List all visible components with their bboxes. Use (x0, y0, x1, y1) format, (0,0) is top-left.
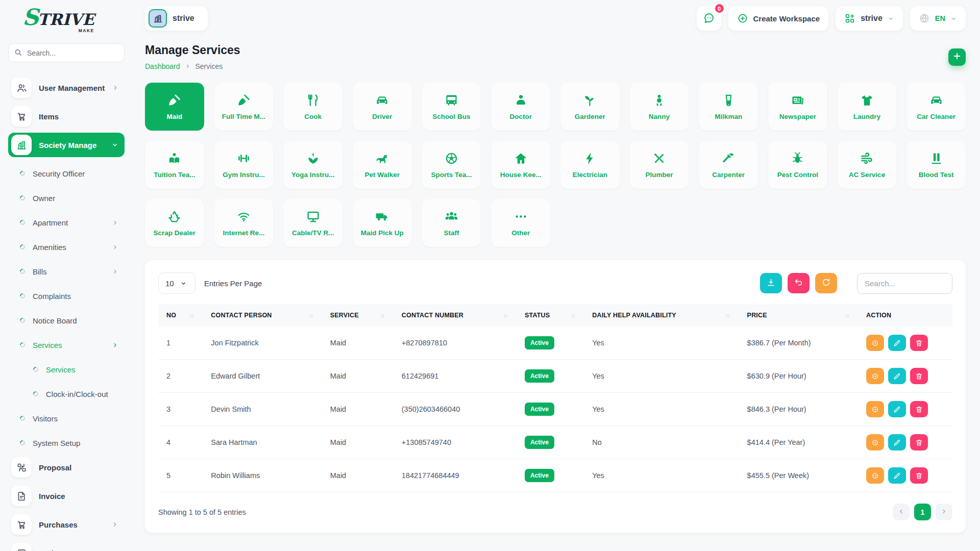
sidebar-item-bills[interactable]: Bills (8, 259, 125, 284)
create-workspace-button[interactable]: Create Workspace (728, 6, 829, 31)
sidebar-item-complaints[interactable]: Complaints (8, 284, 125, 308)
service-tile-newspaper[interactable]: Newspaper (768, 83, 827, 131)
service-tile-milkman[interactable]: Milkman (699, 83, 758, 131)
sidebar-item-user-management[interactable]: User Management (8, 76, 125, 100)
refresh-icon (821, 278, 831, 289)
page-1-button[interactable]: 1 (914, 504, 931, 520)
service-tile-house-kee[interactable]: House Kee... (491, 141, 550, 189)
service-tile-sports-tea[interactable]: Sports Tea... (422, 141, 481, 189)
bullet-icon (19, 317, 26, 324)
workspace-chip-label: strive (173, 14, 194, 23)
service-tile-pet-walker[interactable]: Pet Walker (353, 141, 412, 189)
sidebar-item-invoice[interactable]: Invoice (8, 484, 125, 508)
refresh-button[interactable] (815, 273, 837, 293)
sidebar-item-items[interactable]: Items (8, 104, 125, 129)
edit-button[interactable] (888, 335, 906, 351)
service-tile-driver[interactable]: Driver (353, 83, 412, 131)
column-header-daily-help-availability[interactable]: DAILY HELP AVAILABILITY↑↓ (587, 304, 742, 327)
column-header-contact-person[interactable]: CONTACT PERSON↑↓ (206, 304, 325, 327)
service-tile-carpenter[interactable]: Carpenter (699, 141, 758, 189)
sidebar-search-input[interactable] (8, 43, 125, 62)
sidebar-item-security-officer[interactable]: Security Officer (8, 161, 125, 186)
sidebar-item-notice-board[interactable]: Notice Board (8, 308, 125, 333)
delete-button[interactable] (910, 467, 928, 484)
delete-button[interactable] (910, 335, 928, 351)
service-tile-car-cleaner[interactable]: Car Cleaner (906, 83, 966, 131)
column-header-contact-number[interactable]: CONTACT NUMBER↑↓ (397, 304, 520, 327)
table-search-input[interactable] (857, 273, 952, 294)
undo-button[interactable] (788, 273, 810, 293)
column-header-status[interactable]: STATUS↑↓ (520, 304, 587, 327)
column-header-service[interactable]: SERVICE↑↓ (325, 304, 397, 327)
view-button[interactable] (866, 467, 884, 484)
column-header-no[interactable]: NO↑↓ (158, 304, 206, 327)
service-tile-doctor[interactable]: Doctor (491, 83, 550, 131)
sidebar-item-purchases[interactable]: Purchases (8, 512, 125, 537)
sidebar-item-system-setup[interactable]: System Setup (8, 431, 125, 455)
workspace-chip[interactable]: strive (145, 6, 208, 31)
view-button[interactable] (866, 368, 884, 384)
edit-button[interactable] (888, 368, 906, 384)
service-tile-electrician[interactable]: Electrician (560, 141, 620, 189)
service-tile-internet-re[interactable]: Internet Re... (214, 199, 274, 247)
service-tile-label: Yoga Instru... (289, 171, 337, 179)
service-tile-label: Blood Test (916, 171, 957, 179)
service-tile-cable-tv-r[interactable]: Cable/TV R... (283, 199, 342, 247)
sidebar-item-services[interactable]: Services (8, 357, 125, 382)
sidebar-item-visitors[interactable]: Visitors (8, 406, 125, 431)
service-tile-gardener[interactable]: Gardener (560, 83, 620, 131)
sidebar-item-services[interactable]: Services (8, 333, 125, 357)
next-page-button[interactable] (936, 504, 952, 520)
brand-logo[interactable]: STRIVE MAKE (22, 7, 94, 33)
service-tile-maid[interactable]: Maid (145, 83, 204, 131)
export-download-button[interactable] (760, 273, 782, 293)
service-tile-pest-control[interactable]: Pest Control (768, 141, 827, 189)
service-tile-full-time-m[interactable]: Full Time M... (214, 83, 274, 131)
language-dropdown[interactable]: EN (910, 6, 966, 31)
sidebar-item-owner[interactable]: Owner (8, 186, 125, 210)
delete-button[interactable] (910, 434, 928, 450)
service-tile-other[interactable]: Other (491, 199, 550, 247)
sort-icon: ↑↓ (503, 313, 507, 318)
service-tile-plumber[interactable]: Plumber (630, 141, 689, 189)
add-service-button[interactable] (948, 48, 966, 66)
sidebar-item-label: User Management (39, 84, 105, 92)
service-tile-gym-instru[interactable]: Gym Instru... (214, 141, 274, 189)
edit-button[interactable] (888, 467, 906, 484)
sidebar-item-proposal[interactable]: Proposal (8, 455, 125, 480)
service-tile-tuition-tea[interactable]: Tuition Tea... (145, 141, 204, 189)
page-head: Manage Services Dashboard Services (145, 43, 966, 70)
service-tile-maid-pick-up[interactable]: Maid Pick Up (353, 199, 412, 247)
workspace-dropdown[interactable]: strive (836, 6, 903, 31)
edit-button[interactable] (888, 401, 906, 417)
bug-icon (791, 152, 804, 165)
messages-button[interactable]: 0 (697, 6, 721, 31)
sidebar-item-society-manage[interactable]: Society Manage (8, 133, 125, 157)
view-button[interactable] (866, 434, 884, 450)
edit-button[interactable] (888, 434, 906, 450)
sidebar-item-apartment[interactable]: Apartment (8, 210, 125, 235)
sidebar-item-amenities[interactable]: Amenities (8, 235, 125, 259)
breadcrumb-dashboard-link[interactable]: Dashboard (145, 62, 180, 70)
column-header-price[interactable]: PRICE↑↓ (742, 304, 861, 327)
entries-per-page-select[interactable]: 10 (158, 272, 195, 294)
sidebar-item-clock-in-clock-out[interactable]: Clock-in/Clock-out (8, 382, 125, 406)
view-button[interactable] (866, 335, 884, 351)
service-tile-cook[interactable]: Cook (283, 83, 342, 131)
view-button[interactable] (866, 401, 884, 417)
service-tile-staff[interactable]: Staff (422, 199, 481, 247)
service-tile-nanny[interactable]: Nanny (630, 83, 689, 131)
delete-button[interactable] (910, 401, 928, 417)
cell-no: 2 (158, 360, 206, 393)
sidebar-item-projects[interactable]: Projects (8, 541, 125, 551)
workspace-dropdown-label: strive (861, 14, 883, 23)
prev-page-button[interactable] (893, 504, 910, 520)
chevron-down-icon (111, 141, 118, 148)
service-tile-scrap-dealer[interactable]: Scrap Dealer (145, 199, 204, 247)
service-tile-yoga-instru[interactable]: Yoga Instru... (283, 141, 342, 189)
delete-button[interactable] (910, 368, 928, 384)
service-tile-laundry[interactable]: Laundry (838, 83, 897, 131)
service-tile-blood-test[interactable]: Blood Test (906, 141, 966, 189)
service-tile-school-bus[interactable]: School Bus (422, 83, 481, 131)
service-tile-ac-service[interactable]: AC Service (838, 141, 897, 189)
